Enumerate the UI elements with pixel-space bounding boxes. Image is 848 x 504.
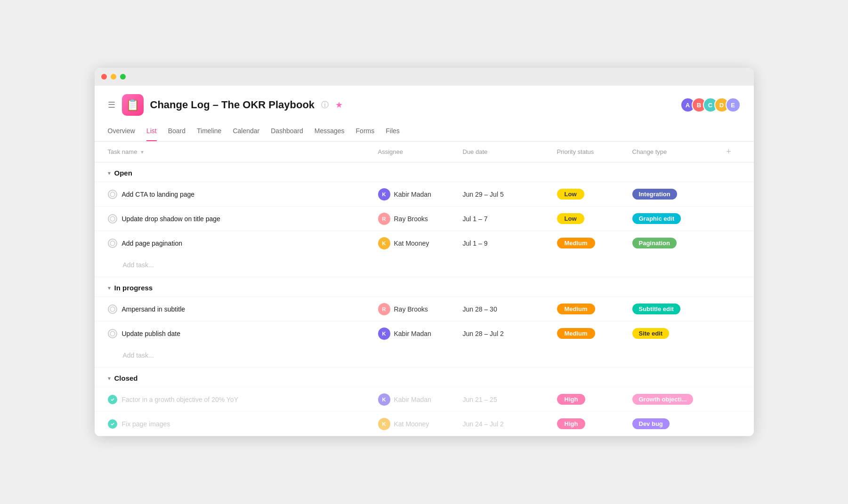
avatar[interactable]: E	[726, 97, 741, 112]
svg-point-3	[110, 307, 115, 312]
priority-badge[interactable]: Medium	[557, 304, 595, 314]
task-check[interactable]	[108, 304, 117, 314]
task-check[interactable]	[108, 239, 117, 248]
assignee-avatar: R	[378, 213, 390, 225]
task-name-cell: Ampersand in subtitle	[108, 304, 378, 314]
priority-badge[interactable]: Medium	[557, 238, 595, 248]
tab-files[interactable]: Files	[386, 123, 400, 141]
tab-list[interactable]: List	[146, 123, 157, 141]
add-task-open: Add task...	[95, 255, 754, 277]
svg-point-4	[110, 331, 115, 336]
section-open-chevron[interactable]: ▾	[108, 170, 111, 176]
type-cell: Growth objecti...	[632, 394, 717, 405]
type-cell: Site edit	[632, 328, 717, 339]
add-task-in-progress: Add task...	[95, 345, 754, 367]
assignee-cell: K Kabir Madan	[378, 328, 463, 340]
svg-point-0	[110, 192, 115, 197]
task-row: Add CTA to landing page K Kabir Madan Ju…	[95, 182, 754, 206]
add-task-button[interactable]: Add task...	[123, 352, 154, 359]
app-header: ☰ 📋 Change Log – The OKR Playbook ⓘ ★ A …	[95, 86, 754, 142]
assignee-avatar: K	[378, 237, 390, 249]
section-in-progress-title: In progress	[114, 284, 153, 292]
priority-badge[interactable]: High	[557, 394, 586, 405]
minimize-button[interactable]	[111, 74, 116, 80]
priority-cell: Medium	[557, 304, 632, 314]
type-badge[interactable]: Dev bug	[632, 418, 670, 429]
col-task-name-label: Task name	[108, 148, 137, 155]
task-name: Ampersand in subtitle	[122, 305, 186, 313]
col-priority: Priority status	[557, 148, 632, 155]
section-closed-chevron[interactable]: ▾	[108, 375, 111, 382]
type-badge[interactable]: Integration	[632, 189, 677, 200]
app-icon: 📋	[122, 94, 144, 116]
type-badge[interactable]: Site edit	[632, 328, 670, 339]
assignee-avatar: K	[378, 328, 390, 340]
col-due-date: Due date	[463, 148, 557, 155]
task-name-cell: Add CTA to landing page	[108, 190, 378, 199]
priority-badge[interactable]: High	[557, 418, 586, 429]
section-in-progress-chevron[interactable]: ▾	[108, 285, 111, 291]
task-name: Fix page images	[122, 420, 170, 428]
add-task-button[interactable]: Add task...	[123, 261, 154, 269]
section-closed-header: ▾ Closed	[95, 368, 754, 387]
task-table: Task name ▾ Assignee Due date Priority s…	[95, 142, 754, 436]
add-column-button[interactable]: +	[717, 147, 741, 157]
type-cell: Pagination	[632, 238, 717, 248]
section-closed-title: Closed	[114, 374, 138, 382]
assignee-cell: K Kabir Madan	[378, 393, 463, 406]
tab-overview[interactable]: Overview	[108, 123, 135, 141]
priority-cell: High	[557, 394, 632, 405]
project-title: Change Log – The OKR Playbook	[150, 99, 315, 111]
priority-badge[interactable]: Low	[557, 213, 584, 224]
nav-tabs: Overview List Board Timeline Calendar Da…	[108, 123, 741, 141]
assignee-cell: K Kat Mooney	[378, 418, 463, 430]
task-row: Factor in a growth objective of 20% YoY …	[95, 387, 754, 411]
priority-badge[interactable]: Medium	[557, 328, 595, 339]
task-check[interactable]	[108, 190, 117, 199]
priority-cell: Low	[557, 213, 632, 224]
tab-dashboard[interactable]: Dashboard	[271, 123, 303, 141]
header-top: ☰ 📋 Change Log – The OKR Playbook ⓘ ★ A …	[108, 94, 741, 116]
task-name-cell: Update publish date	[108, 329, 378, 338]
task-check[interactable]	[108, 329, 117, 338]
tab-messages[interactable]: Messages	[315, 123, 345, 141]
due-date: Jun 24 – Jul 2	[463, 420, 557, 428]
info-icon[interactable]: ⓘ	[321, 100, 329, 110]
task-name-cell: Fix page images	[108, 419, 378, 429]
task-row: Fix page images K Kat Mooney Jun 24 – Ju…	[95, 411, 754, 436]
task-check[interactable]	[108, 419, 117, 429]
fullscreen-button[interactable]	[120, 74, 126, 80]
type-badge[interactable]: Growth objecti...	[632, 394, 694, 405]
task-check[interactable]	[108, 214, 117, 224]
type-badge[interactable]: Subtitle edit	[632, 304, 680, 314]
assignee-name: Ray Brooks	[394, 215, 428, 223]
tab-forms[interactable]: Forms	[356, 123, 375, 141]
assignee-name: Ray Brooks	[394, 305, 428, 313]
task-name: Add CTA to landing page	[122, 191, 195, 198]
type-cell: Subtitle edit	[632, 304, 717, 314]
type-badge[interactable]: Graphic edit	[632, 213, 681, 224]
menu-icon[interactable]: ☰	[108, 100, 115, 110]
assignee-avatar: R	[378, 303, 390, 315]
app-icon-symbol: 📋	[126, 98, 140, 112]
task-name-chevron[interactable]: ▾	[141, 149, 144, 155]
task-row: Ampersand in subtitle R Ray Brooks Jun 2…	[95, 296, 754, 321]
close-button[interactable]	[101, 74, 107, 80]
header-left: ☰ 📋 Change Log – The OKR Playbook ⓘ ★	[108, 94, 343, 116]
section-in-progress-header: ▾ In progress	[95, 277, 754, 296]
star-icon[interactable]: ★	[335, 100, 343, 110]
type-badge[interactable]: Pagination	[632, 238, 677, 248]
avatar-group[interactable]: A B C D E	[680, 97, 741, 112]
svg-point-2	[110, 241, 115, 246]
priority-cell: Medium	[557, 328, 632, 339]
task-row: Update publish date K Kabir Madan Jun 28…	[95, 321, 754, 345]
task-check[interactable]	[108, 395, 117, 404]
tab-calendar[interactable]: Calendar	[233, 123, 259, 141]
priority-badge[interactable]: Low	[557, 189, 584, 200]
section-open: ▾ Open Add CTA to landing page K Kabir M…	[95, 162, 754, 277]
tab-timeline[interactable]: Timeline	[197, 123, 221, 141]
col-task-name: Task name ▾	[108, 148, 378, 155]
assignee-name: Kabir Madan	[394, 396, 431, 403]
tab-board[interactable]: Board	[168, 123, 186, 141]
task-row: Update drop shadow on title page R Ray B…	[95, 206, 754, 231]
